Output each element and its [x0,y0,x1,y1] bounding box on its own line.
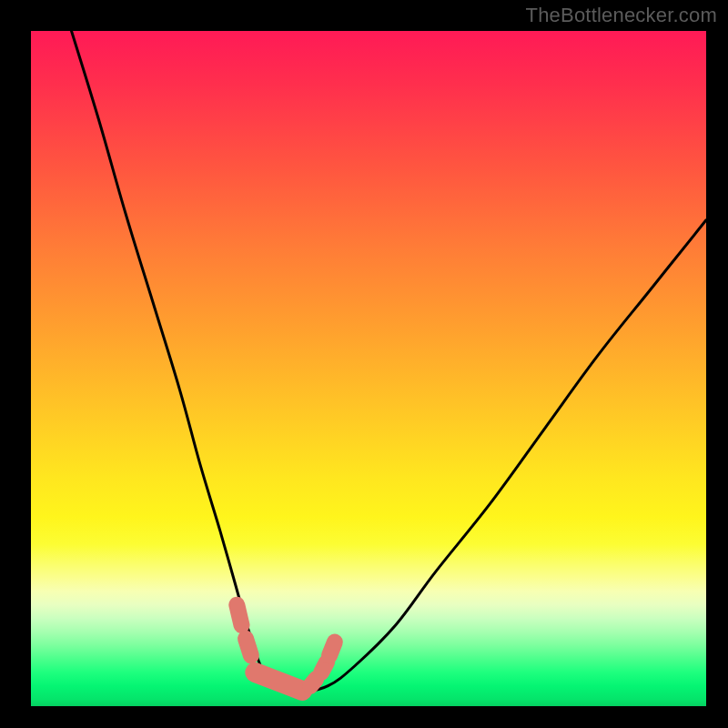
accent-segment [329,642,335,656]
accent-segment [310,679,316,685]
curves-svg [31,31,706,706]
chart-frame: TheBottlenecker.com [0,0,728,728]
accent-segment [321,662,327,672]
plot-area [31,31,706,706]
bottleneck-curve [72,31,706,693]
watermark-text: TheBottlenecker.com [526,4,717,27]
accent-segment [246,639,251,656]
